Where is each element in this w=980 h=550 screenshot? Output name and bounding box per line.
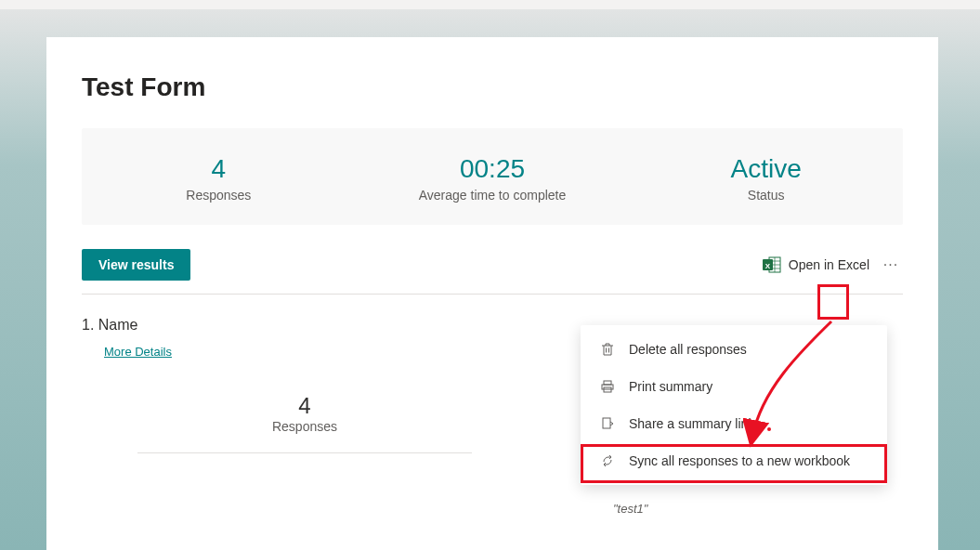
latest-response-text: "test1": [613, 502, 647, 516]
stats-row: 4 Responses 00:25 Average time to comple…: [82, 128, 903, 225]
more-options-menu: Delete all responses Print summary Share…: [581, 325, 887, 485]
menu-item-label: Share a summary link: [629, 416, 754, 431]
top-bar: [0, 0, 980, 9]
right-actions: X Open in Excel ···: [763, 253, 903, 277]
stat-avg-time: 00:25 Average time to complete: [356, 154, 630, 203]
stat-status-value: Active: [629, 154, 903, 184]
svg-text:X: X: [765, 262, 771, 270]
stat-status-label: Status: [629, 188, 903, 203]
more-options-button[interactable]: ···: [879, 253, 903, 277]
open-in-excel-label: Open in Excel: [789, 257, 869, 272]
excel-icon: X: [763, 256, 781, 273]
stat-avg-time-value: 00:25: [356, 154, 630, 184]
svg-rect-7: [604, 381, 611, 385]
sync-icon: [599, 452, 616, 469]
menu-item-label: Sync all responses to a new workbook: [629, 453, 850, 468]
ellipsis-icon: ···: [883, 256, 898, 273]
question-number: 1.: [82, 317, 94, 333]
menu-item-share-link[interactable]: Share a summary link: [581, 405, 887, 442]
more-details-link[interactable]: More Details: [104, 345, 172, 359]
share-icon: [599, 415, 616, 432]
stat-responses-value: 4: [82, 154, 356, 184]
menu-item-label: Print summary: [629, 379, 712, 394]
stat-responses-label: Responses: [82, 188, 356, 203]
view-results-button[interactable]: View results: [82, 249, 190, 281]
trash-icon: [599, 341, 616, 358]
actions-row: View results X Open in Excel: [82, 242, 903, 295]
open-in-excel-link[interactable]: X Open in Excel: [763, 256, 869, 273]
menu-item-sync-workbook[interactable]: Sync all responses to a new workbook: [581, 442, 887, 479]
stat-responses[interactable]: 4 Responses: [82, 154, 356, 203]
svg-rect-10: [603, 418, 610, 428]
stat-status: Active Status: [629, 154, 903, 203]
question-responses-value: 4: [137, 393, 472, 419]
menu-item-delete-all[interactable]: Delete all responses: [581, 331, 887, 368]
question-stats: 4 Responses: [137, 393, 472, 453]
question-name: Name: [98, 317, 138, 333]
stat-avg-time-label: Average time to complete: [356, 188, 630, 203]
menu-item-print-summary[interactable]: Print summary: [581, 368, 887, 405]
menu-item-label: Delete all responses: [629, 342, 747, 357]
question-responses-label: Responses: [137, 419, 472, 434]
print-icon: [599, 378, 616, 395]
form-title: Test Form: [82, 72, 903, 102]
